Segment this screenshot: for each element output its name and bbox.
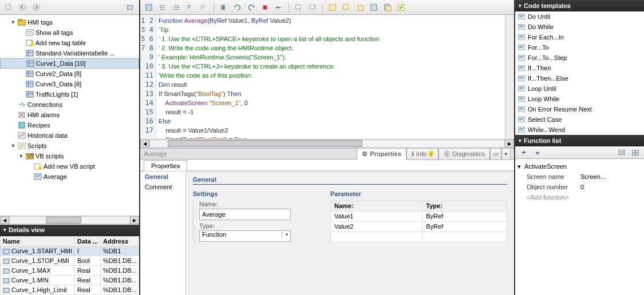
nav-comment[interactable]: Comment [140,182,185,192]
func-name-row[interactable]: ▾ActivateScreen [517,161,642,172]
tree-hscroll[interactable]: ◀ ▶ [0,216,139,225]
redo-icon[interactable] [245,2,258,13]
refresh-icon[interactable] [124,2,137,13]
comment-icon[interactable] [184,2,196,13]
back-icon[interactable] [16,2,29,13]
tree-item[interactable]: Add new VB script [0,161,139,172]
check-icon[interactable] [395,2,408,13]
tree-item[interactable]: HMI alarms [0,110,139,120]
save-icon[interactable] [143,2,155,13]
tab-info[interactable]: ℹInfoi [406,148,438,160]
replace-icon[interactable] [306,2,319,13]
tree-item[interactable]: Curve3_Data [8] [0,79,139,89]
template-item[interactable]: For...To...Step [515,53,644,63]
func-prop-row[interactable]: Object number0 [517,182,642,192]
template-icon [517,44,526,51]
up-icon[interactable] [517,147,530,158]
template-item[interactable]: Do Until [515,11,644,22]
bookmark-icon[interactable] [326,2,339,13]
table-row[interactable]: Curve_1.High_LimitReal%DB1.DB... [1,285,140,294]
col-header[interactable]: Name [1,236,75,246]
tab-diagnostics[interactable]: 🛈Diagnostics [438,148,490,160]
scroll-left-icon[interactable]: ◀ [0,216,9,224]
uncomment-icon[interactable] [197,2,210,13]
forward-icon[interactable] [30,2,42,13]
template-item[interactable]: For...To [515,42,644,53]
outdent-icon[interactable] [170,2,183,13]
tree-item[interactable]: Standard-Variablentabelle ... [0,48,139,58]
add-function-row[interactable]: <Add function> [517,192,642,202]
tree-item[interactable]: ▼HMI tags [0,17,139,27]
template-item[interactable]: Do While [515,22,644,32]
tree-item[interactable]: TrafficLights [1] [0,89,139,99]
indent-icon[interactable] [156,2,169,13]
new-icon[interactable] [2,2,15,13]
tree-item[interactable]: Curve1_Data [10] [0,58,139,69]
breakpoint-icon[interactable] [218,2,230,13]
bookmark-prev-icon[interactable] [354,2,366,13]
tree-item[interactable]: ▼Scripts [0,141,139,151]
type-select[interactable]: Function [199,230,291,242]
templates-list[interactable]: Do UntilDo WhileFor Each...InFor...ToFor… [515,11,644,135]
table-row[interactable]: Curve_1.STOP_HMIBool%DB1.DB... [1,256,140,265]
bookmark-next-icon[interactable] [340,2,353,13]
code-editor[interactable]: 1 2 3 4 5 6 7 8 9 10 11 12 13 14 15 16 1… [140,15,514,139]
stop-icon[interactable] [259,2,271,13]
param-row[interactable] [331,232,507,242]
tree-item[interactable]: Add new tag table [0,38,139,48]
bookmark-all-icon[interactable] [381,2,394,13]
find-icon[interactable] [293,2,305,13]
project-tree[interactable]: ▼HMI tagsShow all tagsAdd new tag tableS… [0,15,139,216]
scroll-right-icon[interactable]: ▶ [130,216,139,224]
table-row[interactable]: Curve_1.START_HMII%DB1 [1,246,140,256]
tree-item[interactable]: Show all tags [0,27,139,38]
details-table[interactable]: NameData ...Address Curve_1.START_HMII%D… [0,236,139,295]
funclist-body[interactable]: ▾ActivateScreen Screen nameScreen...Obje… [515,159,644,295]
func-prop-row[interactable]: Screen nameScreen... [517,172,642,182]
name-input[interactable] [199,209,291,220]
parameter-table[interactable]: Name:Type:Value1ByRefValue2ByRef [330,201,507,242]
tree-item[interactable]: Curve2_Data [8] [0,69,139,79]
tab-properties[interactable]: ⚙Properties [357,148,406,160]
table-row[interactable]: Curve_1.MINReal%DB1.DB... [1,275,140,285]
tree-item[interactable]: Historical data [0,130,139,141]
template-item[interactable]: Select Case [515,114,644,125]
bookmark-clear-icon[interactable] [368,2,380,13]
template-item[interactable]: For Each...In [515,32,644,42]
down-icon[interactable] [531,147,544,158]
param-col[interactable]: Name: [331,201,422,211]
scroll-left-icon[interactable]: ◀ [140,139,149,148]
col-header[interactable]: Address [101,236,139,246]
param-row[interactable]: Value2ByRef [331,221,507,232]
code-toolbar [140,0,514,15]
grid-icon[interactable] [629,147,642,158]
continue-icon[interactable] [272,2,285,13]
layout-icon[interactable]: ▭ [490,148,501,160]
template-item[interactable]: If...Then [515,63,644,73]
table-row[interactable]: Curve_1.MAXReal%DB1.DB... [1,265,140,275]
param-col[interactable]: Type: [422,201,507,211]
tree-item[interactable]: Connections [0,99,139,110]
list-icon[interactable] [615,147,628,158]
funclist-header[interactable]: ▾Function list [515,135,644,146]
code-vscroll[interactable] [505,15,514,139]
code-text[interactable]: Function Average(ByRef Value1, ByRef Val… [156,15,505,139]
param-row[interactable]: Value1ByRef [331,211,507,221]
tree-item[interactable]: Recipes [0,120,139,130]
collapse-icon[interactable]: ▾ [501,148,511,160]
template-item[interactable]: While...Wend [515,125,644,135]
nav-general[interactable]: General [140,172,185,182]
step-icon[interactable] [231,2,244,13]
template-item[interactable]: On Error Resume Next [515,104,644,114]
properties-nav[interactable]: General Comment [140,172,186,296]
templates-header[interactable]: ▾Code templates [515,0,644,11]
code-hscroll[interactable]: ◀ ▶ [140,139,514,148]
tree-item[interactable]: Average [0,172,139,182]
template-item[interactable]: Loop Until [515,83,644,94]
template-item[interactable]: If...Then...Else [515,73,644,83]
scroll-right-icon[interactable]: ▶ [505,139,514,148]
template-item[interactable]: Loop While [515,94,644,104]
col-header[interactable]: Data ... [75,236,101,246]
main-tab-properties[interactable]: Properties [144,160,187,171]
tree-item[interactable]: ▼VBVB scripts [0,151,139,161]
